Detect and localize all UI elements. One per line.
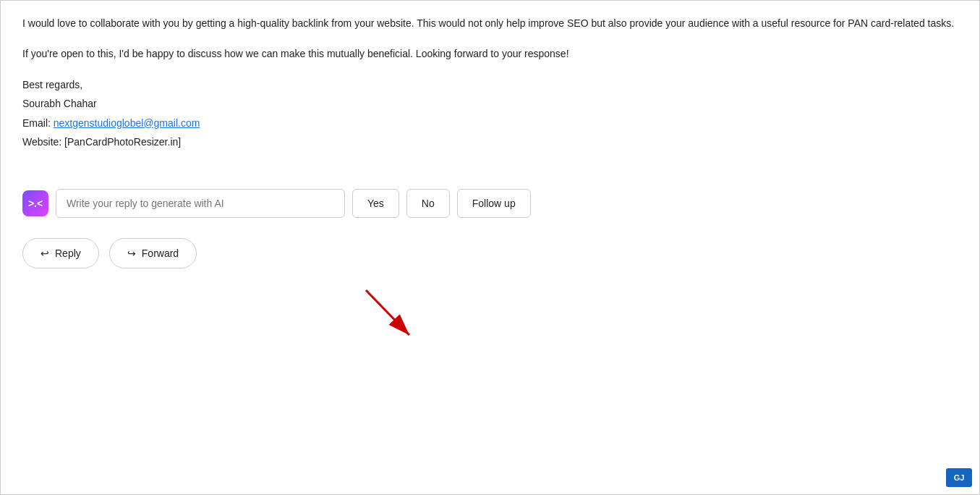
- signature-email: Email: nextgenstudioglobel@gmail.com: [22, 115, 958, 131]
- no-button[interactable]: No: [406, 189, 450, 218]
- signature-name: Sourabh Chahar: [22, 96, 958, 111]
- signature-greeting: Best regards,: [22, 77, 958, 93]
- email-container: I would love to collaborate with you by …: [0, 0, 980, 495]
- ai-reply-input[interactable]: [56, 189, 345, 218]
- ai-icon: >.<: [22, 190, 48, 216]
- reply-label: Reply: [55, 248, 81, 259]
- ai-icon-label: >.<: [28, 198, 43, 209]
- ai-reply-bar: >.< Yes No Follow up: [1, 182, 979, 225]
- watermark: GJ: [946, 468, 972, 487]
- action-buttons: ↩ Reply ↪ Forward: [1, 228, 979, 279]
- reply-icon: ↩: [41, 248, 49, 259]
- forward-label: Forward: [142, 248, 179, 259]
- email-body: I would love to collaborate with you by …: [1, 1, 979, 167]
- followup-button[interactable]: Follow up: [457, 189, 531, 218]
- forward-button[interactable]: ↪ Forward: [109, 238, 197, 268]
- forward-icon: ↪: [127, 248, 136, 259]
- signature-website: Website: [PanCardPhotoResizer.in]: [22, 134, 958, 150]
- reply-button[interactable]: ↩ Reply: [22, 238, 99, 268]
- email-label: Email:: [22, 117, 54, 129]
- email-paragraph-2: If you're open to this, I'd be happy to …: [22, 46, 958, 62]
- yes-button[interactable]: Yes: [352, 189, 399, 218]
- svg-line-1: [366, 290, 409, 335]
- red-arrow-annotation: [355, 283, 427, 348]
- email-signature: Best regards, Sourabh Chahar Email: next…: [22, 77, 958, 151]
- email-link[interactable]: nextgenstudioglobel@gmail.com: [54, 117, 200, 129]
- email-paragraph-1: I would love to collaborate with you by …: [22, 15, 958, 31]
